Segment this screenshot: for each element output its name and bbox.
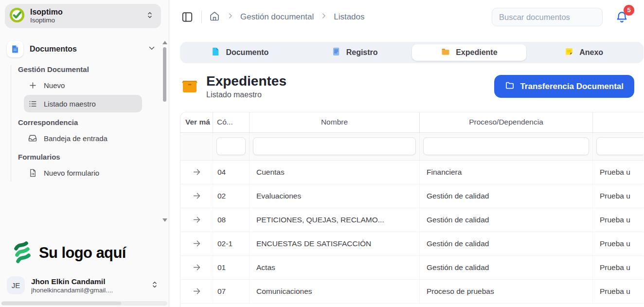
chevron-right-icon <box>227 12 234 22</box>
filter-extra-input[interactable] <box>596 137 644 155</box>
cell-proceso: Gestión de calidad <box>419 256 592 279</box>
home-icon[interactable] <box>209 10 220 24</box>
search-input[interactable] <box>492 8 603 26</box>
column-header-extra[interactable] <box>592 112 644 132</box>
row-expand-arrow-icon[interactable] <box>180 280 213 303</box>
breadcrumb-listados[interactable]: Listados <box>334 12 364 22</box>
archive-box-icon <box>180 76 199 97</box>
folder-icon <box>441 47 450 58</box>
avatar: JE <box>7 276 25 294</box>
cell-proceso: Financiera <box>419 161 592 184</box>
cell-codigo: 02 <box>213 184 249 208</box>
sidebar-item-nuevo[interactable]: Nuevo <box>24 76 142 94</box>
isoptimo-logo-icon <box>9 7 25 25</box>
main-content: Gestión documental Listados 5 Documento <box>169 0 644 307</box>
table-row[interactable]: 04 Cuentas Financiera Prueba u <box>180 161 644 184</box>
cell-nombre: Actas <box>249 256 419 279</box>
filter-proceso-input[interactable] <box>423 137 589 155</box>
filter-cell-empty <box>180 133 213 160</box>
chevrons-up-down-icon <box>145 11 154 21</box>
divider <box>201 11 202 23</box>
app-root: Isoptimo Isoptimo Documentos Gestión Doc… <box>0 0 644 307</box>
horizontal-scrollbar-thumb[interactable] <box>1 302 121 305</box>
section-formularios: Formularios <box>18 153 169 161</box>
workspace-texts: Isoptimo Isoptimo <box>30 8 63 24</box>
filter-codigo-input[interactable] <box>216 137 246 155</box>
cell-nombre: Evaluaciones <box>249 184 419 208</box>
filter-nombre-input[interactable] <box>253 137 416 155</box>
user-menu[interactable]: JE Jhon Elkin Candamil jhonelkincandamil… <box>0 271 169 301</box>
cell-proceso: Proceso de pruebas <box>419 280 592 303</box>
page-header: Expedientes Listado maestro Transferenci… <box>180 74 634 99</box>
cell-codigo: 07 <box>213 280 249 303</box>
transferencia-documental-button[interactable]: Transferencia Documental <box>494 75 634 98</box>
row-expand-arrow-icon[interactable] <box>180 232 213 255</box>
cell-proceso: Gestión de calidad <box>419 208 592 232</box>
cell-nombre: Comunicaciones <box>249 280 419 303</box>
section-gestion-documental: Gestión Documental <box>18 65 169 73</box>
row-expand-arrow-icon[interactable] <box>180 161 213 184</box>
sidebar-item-nuevo-formulario[interactable]: Nuevo formulario <box>24 164 142 181</box>
sidebar-horizontal-scrollbar[interactable] <box>1 301 167 306</box>
cell-extra: Prueba u <box>592 208 644 232</box>
cell-proceso: Gestión de calidad <box>419 184 592 208</box>
chevrons-up-down-icon <box>150 280 159 291</box>
breadcrumb-gestion-documental[interactable]: Gestión documental <box>240 12 314 22</box>
sidebar: Isoptimo Isoptimo Documentos Gestión Doc… <box>0 0 169 307</box>
table-row[interactable]: 02 Evaluaciones Gestión de calidad Prueb… <box>180 184 644 208</box>
registro-icon <box>331 47 341 58</box>
page-subtitle: Listado maestro <box>206 90 286 99</box>
tab-expediente[interactable]: Expediente <box>412 44 527 61</box>
scroll-up-arrow-icon[interactable] <box>162 41 167 44</box>
tab-registro[interactable]: Registro <box>297 44 412 61</box>
topbar: Gestión documental Listados 5 <box>169 0 644 34</box>
sidebar-item-bandeja-de-entrada[interactable]: Bandeja de entrada <box>24 129 142 147</box>
folder-outline-icon <box>505 80 515 92</box>
workspace-title: Isoptimo <box>30 8 63 17</box>
table-row[interactable]: 08 PETICIONES, QUEJAS, RECLAMO... Gestió… <box>180 208 644 232</box>
user-email: jhonelkincandamil@gmail.... <box>31 287 113 294</box>
sidebar-item-label: Listado maestro <box>44 100 96 108</box>
cell-nombre: ENCUESTAS DE SATISFACCIÓN <box>249 232 419 255</box>
table-row[interactable]: 01 Actas Gestión de calidad Prueba u <box>180 256 644 280</box>
workspace-selector[interactable]: Isoptimo Isoptimo <box>5 4 161 28</box>
tab-label: Registro <box>346 48 378 57</box>
cell-proceso: Gestión de calidad <box>419 232 592 255</box>
sidebar-scrollbar[interactable] <box>162 41 167 222</box>
nav-group-documentos[interactable]: Documentos <box>7 41 169 57</box>
table-header-row: Ver má Có... Nombre Proceso/Dependencia <box>180 112 644 133</box>
notifications-button[interactable]: 5 <box>615 11 628 26</box>
table-row[interactable]: 07 Comunicaciones Proceso de pruebas Pru… <box>180 280 644 304</box>
page-title: Expedientes <box>206 74 286 89</box>
tab-anexo[interactable]: Anexo <box>526 44 641 61</box>
column-header-nombre[interactable]: Nombre <box>249 112 419 132</box>
brand-text: Su logo aquí <box>39 244 126 262</box>
column-header-ver-mas[interactable]: Ver má <box>180 112 213 132</box>
user-texts: Jhon Elkin Candamil jhonelkincandamil@gm… <box>31 277 113 293</box>
column-header-codigo[interactable]: Có... <box>213 112 249 132</box>
brand-logo: Su logo aquí <box>0 234 169 271</box>
scrollbar-thumb[interactable] <box>163 47 166 102</box>
tab-label: Documento <box>226 48 268 57</box>
tab-documento[interactable]: Documento <box>182 44 297 61</box>
sidebar-item-listado-maestro[interactable]: Listado maestro <box>24 95 142 112</box>
expedientes-table: Ver má Có... Nombre Proceso/Dependencia … <box>180 112 644 307</box>
button-label: Transferencia Documental <box>520 82 624 91</box>
workspace-subtitle: Isoptimo <box>30 17 63 24</box>
row-expand-arrow-icon[interactable] <box>180 208 213 232</box>
row-expand-arrow-icon[interactable] <box>180 256 213 279</box>
sidebar-toggle-button[interactable] <box>180 10 195 24</box>
notification-badge: 5 <box>624 5 634 16</box>
documents-icon <box>7 41 23 57</box>
tab-label: Anexo <box>579 48 603 57</box>
row-expand-arrow-icon[interactable] <box>180 184 213 208</box>
column-header-proceso[interactable]: Proceso/Dependencia <box>419 112 592 132</box>
cell-extra: Prueba u <box>592 256 644 279</box>
scroll-down-arrow-icon[interactable] <box>162 218 167 222</box>
form-icon <box>28 168 37 178</box>
table-filter-row <box>180 133 644 161</box>
table-row[interactable]: 02-1 ENCUESTAS DE SATISFACCIÓN Gestión d… <box>180 232 644 256</box>
cell-nombre: PETICIONES, QUEJAS, RECLAMO... <box>249 208 419 232</box>
entity-tabs: Documento Registro Expediente Anexo <box>180 42 644 63</box>
cell-codigo: 08 <box>213 208 249 232</box>
